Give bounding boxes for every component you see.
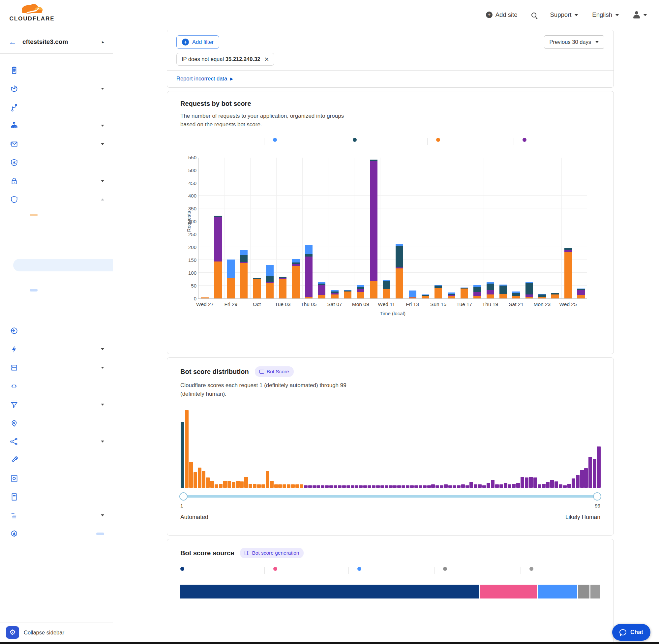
bar-segment-verified-bot[interactable] — [422, 295, 429, 295]
histogram-bar[interactable] — [457, 485, 461, 488]
bar-segment-likely-automated[interactable] — [240, 263, 248, 298]
histogram-bar[interactable] — [287, 484, 290, 487]
histogram-bar[interactable] — [448, 485, 452, 488]
histogram-bar[interactable] — [389, 485, 393, 488]
histogram-bar[interactable] — [359, 485, 362, 488]
histogram-bar[interactable] — [270, 481, 274, 488]
histogram-bar[interactable] — [542, 484, 546, 488]
source-bar-segment-machine-learning[interactable] — [180, 585, 479, 598]
bar-segment-likely-automated[interactable] — [370, 281, 377, 298]
sidebar-item-speed[interactable] — [0, 340, 113, 359]
sidebar-subitem-events[interactable] — [0, 221, 113, 234]
slider-handle-min[interactable] — [179, 492, 188, 501]
bar-segment-verified-bot[interactable] — [499, 284, 507, 285]
bar-segment-likely-automated[interactable] — [279, 279, 286, 298]
bar-segment-automated[interactable] — [473, 287, 481, 292]
sidebar-item-dns[interactable] — [0, 116, 113, 135]
bot-score-badge[interactable]: Bot Score — [255, 366, 294, 377]
bar-segment-likely-human[interactable] — [370, 161, 377, 281]
chat-button[interactable]: Chat — [612, 624, 651, 641]
histogram-bar[interactable] — [597, 446, 601, 488]
cloudflare-logo[interactable]: CLOUDFLARE — [7, 3, 57, 22]
histogram-bar[interactable] — [376, 485, 380, 488]
histogram-bar[interactable] — [550, 480, 554, 488]
histogram-bar[interactable] — [444, 484, 448, 487]
sidebar-item-ssl-tls[interactable] — [0, 172, 113, 190]
bar-segment-likely-human[interactable] — [409, 297, 416, 298]
bar-segment-automated[interactable] — [538, 295, 546, 297]
histogram-bar[interactable] — [202, 471, 205, 487]
bar-segment-automated[interactable] — [331, 292, 338, 293]
histogram-bar[interactable] — [347, 485, 350, 488]
bar-segment-likely-human[interactable] — [279, 278, 286, 279]
histogram-bar[interactable] — [338, 485, 342, 488]
bar-segment-likely-automated[interactable] — [448, 296, 455, 298]
bar-segment-verified-bot[interactable] — [538, 294, 546, 295]
histogram-bar[interactable] — [487, 483, 490, 488]
bar-segment-automated[interactable] — [266, 276, 274, 282]
bar-segment-automated[interactable] — [383, 281, 390, 289]
date-range-dropdown[interactable]: Previous 30 days — [544, 35, 604, 49]
histogram-bar[interactable] — [342, 485, 346, 488]
histogram-bar[interactable] — [249, 484, 252, 488]
histogram-bar[interactable] — [363, 485, 367, 488]
search-button[interactable] — [532, 13, 536, 18]
histogram-bar[interactable] — [402, 485, 405, 488]
histogram-bar[interactable] — [189, 462, 193, 488]
sidebar-subitem-page-shield[interactable] — [0, 246, 113, 259]
language-menu[interactable]: English — [592, 11, 619, 19]
histogram-bar[interactable] — [240, 481, 244, 488]
histogram-bar[interactable] — [491, 480, 494, 488]
bar-segment-automated[interactable] — [305, 254, 312, 256]
bar-segment-automated[interactable] — [396, 246, 403, 268]
bar-segment-likely-automated[interactable] — [201, 297, 209, 298]
histogram-bar[interactable] — [244, 477, 248, 488]
bar-segment-verified-bot[interactable] — [525, 282, 533, 283]
histogram-bar[interactable] — [461, 484, 465, 487]
sidebar-item-zaraz[interactable] — [0, 506, 113, 525]
bar-segment-automated[interactable] — [344, 291, 351, 292]
histogram-bar[interactable] — [385, 485, 389, 488]
histogram-bar[interactable] — [210, 481, 214, 488]
add-filter-button[interactable]: + Add filter — [176, 35, 219, 49]
histogram-bar[interactable] — [278, 484, 282, 487]
histogram-bar[interactable] — [316, 485, 320, 488]
bar-segment-automated[interactable] — [577, 289, 585, 290]
bar-segment-likely-automated[interactable] — [383, 289, 390, 298]
bar-segment-likely-human[interactable] — [396, 268, 403, 268]
bar-segment-verified-bot[interactable] — [434, 285, 442, 285]
histogram-bar[interactable] — [261, 484, 265, 487]
bar-segment-verified-bot[interactable] — [461, 288, 468, 288]
bar-segment-likely-automated[interactable] — [253, 279, 261, 298]
bar-segment-likely-automated[interactable] — [551, 295, 559, 298]
requests-chart[interactable]: Requests 0501001502002503003504004505005… — [180, 158, 600, 322]
bar-segment-automated[interactable] — [487, 283, 494, 290]
bar-segment-likely-automated[interactable] — [357, 292, 364, 298]
histogram-bar[interactable] — [334, 485, 337, 488]
histogram-bar[interactable] — [291, 484, 295, 487]
histogram-bar[interactable] — [329, 485, 333, 488]
source-bar-segment-verified-bot[interactable] — [538, 585, 577, 598]
chevron-right-icon[interactable]: ▸ — [102, 39, 104, 45]
histogram-bar[interactable] — [576, 475, 580, 488]
sidebar-item-spectrum[interactable] — [0, 153, 113, 172]
histogram-bar[interactable] — [397, 485, 401, 488]
bar-segment-likely-automated[interactable] — [577, 295, 585, 298]
histogram-bar[interactable] — [257, 484, 261, 487]
sidebar-subitem-analytics[interactable] — [0, 209, 113, 221]
slider-track[interactable] — [180, 495, 600, 498]
histogram-bar[interactable] — [440, 485, 443, 488]
histogram-bar[interactable] — [415, 485, 418, 488]
histogram-bar[interactable] — [300, 484, 303, 487]
histogram-bar[interactable] — [529, 477, 533, 488]
histogram-bar[interactable] — [525, 478, 528, 488]
histogram-bar[interactable] — [406, 485, 409, 488]
back-arrow-icon[interactable]: ← — [8, 38, 17, 46]
bar-segment-likely-automated[interactable] — [331, 295, 338, 298]
histogram-bar[interactable] — [193, 472, 197, 488]
bar-segment-likely-automated[interactable] — [473, 296, 481, 298]
sidebar-item-custom-pages[interactable] — [0, 451, 113, 469]
bar-segment-verified-bot[interactable] — [266, 265, 274, 276]
bar-segment-automated[interactable] — [357, 287, 364, 289]
settings-gear-button[interactable]: ⚙ — [6, 626, 19, 639]
